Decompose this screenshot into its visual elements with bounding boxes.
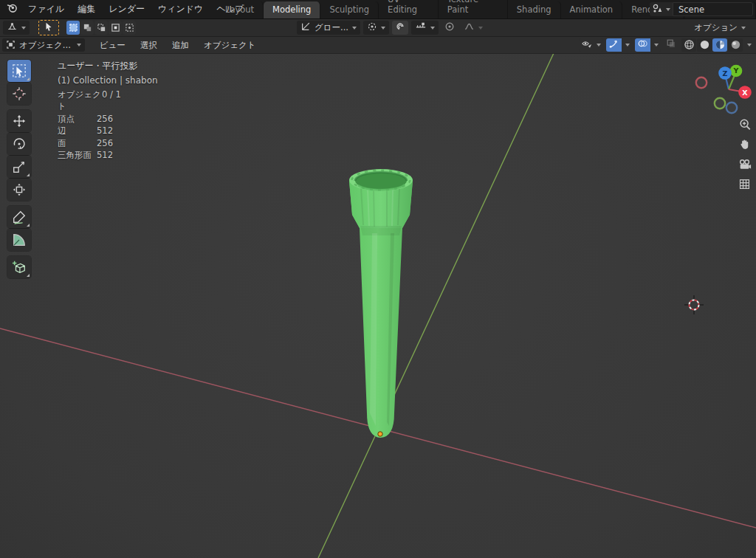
visibility-eye-icon [581, 38, 593, 52]
transform-orientation-dropdown[interactable]: グロー... [297, 21, 360, 35]
chevron-down-icon [597, 44, 601, 46]
menu-render[interactable]: レンダー [102, 0, 151, 18]
navigation-gizmo[interactable]: Y Z X [691, 56, 756, 115]
show-gizmos-toggle[interactable] [606, 38, 622, 52]
select-mode-invert[interactable] [109, 21, 122, 35]
show-overlays-toggle[interactable] [635, 38, 650, 52]
snap-toggle[interactable] [392, 21, 408, 35]
tool-add-cube[interactable] [7, 256, 31, 278]
stat-value: 512 [97, 125, 113, 137]
menu-add[interactable]: 追加 [165, 37, 196, 53]
tab-shading[interactable]: Shading [508, 1, 561, 18]
tool-select-box[interactable] [7, 60, 31, 82]
gizmo-axis-y[interactable]: Y [730, 65, 743, 78]
select-mode-group [66, 21, 136, 35]
gizmos-dropdown[interactable] [622, 38, 632, 52]
scene-statistics: オブジェクト0 / 1 頂点256 辺512 面256 三角形面512 [58, 89, 121, 161]
gizmo-axis-z[interactable]: Z [718, 66, 732, 80]
chevron-down-icon [625, 44, 630, 46]
ortho-grid-button[interactable] [735, 175, 754, 193]
subtool-indicator [27, 173, 30, 176]
stat-label: 三角形面 [58, 149, 97, 161]
stat-value: 0 / 1 [102, 89, 121, 113]
stat-label: 辺 [58, 125, 97, 137]
tool-settings-bar: グロー... [0, 19, 756, 37]
proportional-edit-toggle[interactable] [441, 21, 458, 35]
chevron-down-icon [430, 27, 435, 30]
menu-view[interactable]: ビュー [92, 37, 133, 53]
menu-window[interactable]: ウィンドウ [151, 0, 210, 18]
shading-material-preview-button[interactable] [712, 38, 727, 52]
3d-viewport-canvas[interactable]: ユーザー・平行投影 (1) Collection | shabon オブジェクト… [0, 53, 756, 558]
viewport-info-overlay: ユーザー・平行投影 (1) Collection | shabon [58, 60, 158, 86]
gizmo-axis-neg-x[interactable] [696, 78, 707, 88]
tab-uv-editing[interactable]: UV Editing [379, 0, 439, 18]
camera-view-button[interactable] [735, 155, 754, 173]
select-mode-intersect[interactable] [123, 21, 136, 35]
stat-label: 頂点 [58, 113, 97, 125]
xray-toggle[interactable] [664, 38, 678, 52]
shading-mode-group [681, 38, 752, 52]
menu-file[interactable]: ファイル [21, 0, 71, 18]
proportional-falloff-dropdown[interactable] [461, 21, 486, 35]
options-dropdown[interactable]: オプション [690, 21, 750, 35]
tool-cursor[interactable] [7, 83, 31, 105]
blender-logo-icon[interactable] [6, 1, 18, 17]
camera-icon [738, 158, 752, 171]
collection-object-label: (1) Collection | shabon [58, 75, 158, 86]
tool-annotate[interactable] [7, 206, 31, 228]
zoom-button[interactable] [735, 115, 754, 134]
shading-rendered-button[interactable] [728, 38, 743, 52]
tab-sculpting[interactable]: Sculpting [320, 1, 379, 18]
scene-name-field[interactable]: Scene [673, 2, 753, 16]
tool-rotate[interactable] [7, 133, 31, 155]
gizmo-axis-x[interactable]: X [738, 86, 752, 99]
pivot-point-dropdown[interactable] [363, 21, 389, 35]
mode-dropdown[interactable]: オブジェク... [2, 38, 85, 52]
stat-label: オブジェクト [58, 89, 102, 113]
editor-type-selector[interactable] [3, 21, 30, 35]
scene-browse-button[interactable] [650, 2, 673, 16]
menu-object[interactable]: オブジェクト [196, 37, 264, 53]
axis-y-line [318, 53, 554, 558]
object-shabon[interactable] [349, 169, 413, 438]
tool-scale[interactable] [7, 156, 31, 178]
menu-edit[interactable]: 編集 [71, 0, 102, 18]
gizmo-axis-neg-z[interactable] [715, 98, 725, 108]
pan-button[interactable] [735, 135, 754, 154]
chevron-down-icon [381, 27, 385, 30]
tab-texture-paint[interactable]: Texture Paint [439, 0, 508, 18]
tab-animation[interactable]: Animation [561, 1, 623, 18]
stat-objects: オブジェクト0 / 1 [58, 89, 121, 113]
xray-icon [666, 38, 676, 52]
blender-window: ファイル 編集 レンダー ウィンドウ ヘルプ Layout Modeling S… [0, 0, 756, 558]
active-tool-button[interactable] [38, 20, 59, 35]
select-mode-subtract[interactable] [94, 21, 108, 35]
tab-layout[interactable]: Layout [216, 1, 264, 18]
svg-text:Z: Z [723, 69, 728, 78]
orientation-label: グロー... [315, 22, 348, 33]
object-mode-icon [6, 38, 16, 52]
tool-transform[interactable] [7, 179, 31, 201]
shading-solid-button[interactable] [697, 38, 712, 52]
subtool-indicator [27, 78, 30, 80]
tab-modeling[interactable]: Modeling [264, 1, 320, 18]
stat-value: 512 [97, 149, 113, 161]
chevron-down-icon [21, 27, 26, 30]
snap-target-dropdown[interactable] [411, 21, 439, 35]
overlays-dropdown[interactable] [650, 38, 661, 52]
chevron-down-icon [654, 44, 659, 46]
tool-measure[interactable] [7, 229, 31, 251]
tool-move[interactable] [7, 110, 31, 132]
chevron-down-icon [666, 8, 670, 11]
select-mode-extend[interactable] [80, 21, 94, 35]
chevron-down-icon [478, 27, 483, 30]
object-origin-point [378, 432, 382, 436]
menu-select[interactable]: 選択 [133, 37, 165, 53]
select-mode-set[interactable] [66, 21, 80, 35]
shading-wireframe-button[interactable] [681, 38, 696, 52]
stat-edges: 辺512 [58, 125, 121, 137]
visibility-dropdown[interactable] [579, 38, 603, 52]
falloff-curve-icon [464, 21, 475, 35]
gizmo-axis-neg-y[interactable] [726, 103, 737, 113]
